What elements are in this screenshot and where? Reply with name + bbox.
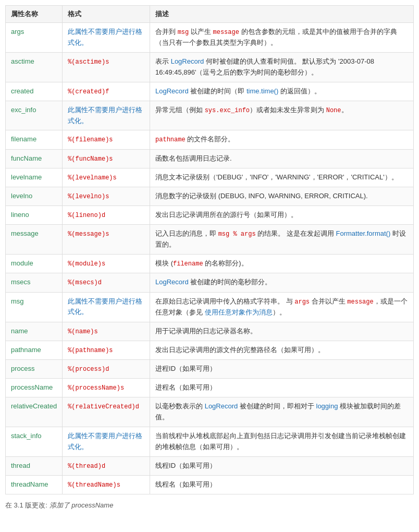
attr-desc-cell: 异常元组（例如 sys.exc_info）或者如未发生异常则为 None。 <box>150 101 414 130</box>
table-row: args此属性不需要用户进行格式化。合并到 msg 以产生 message 的包… <box>6 23 414 53</box>
attr-format-cell: %(lineno)d <box>63 206 150 225</box>
table-row: created%(created)fLogRecord 被创建的时间（即 tim… <box>6 82 414 101</box>
attr-desc-cell: 进程ID（如果可用） <box>150 360 414 379</box>
attributes-table: 属性名称 格式 描述 args此属性不需要用户进行格式化。合并到 msg 以产生… <box>5 5 414 494</box>
attr-desc: 线程ID（如果可用） <box>155 462 216 469</box>
attr-name: levelno <box>11 192 32 200</box>
attr-desc: 以毫秒数表示的 LogRecord 被创建的时间，即相对于 logging 模块… <box>155 402 401 421</box>
attr-format-cell: %(threadName)s <box>63 475 150 494</box>
format-code: %(threadName)s <box>68 481 120 489</box>
table-row: threadName%(threadName)s线程名（如果可用） <box>6 475 414 494</box>
attr-desc: 函数名包括调用日志记录. <box>155 154 232 162</box>
attr-format-cell: %(asctime)s <box>63 52 150 82</box>
attr-desc-cell: 函数名包括调用日志记录. <box>150 149 414 168</box>
attr-name-cell: pathname <box>6 341 63 359</box>
table-row: lineno%(lineno)d发出日志记录调用所在的源行号（如果可用）。 <box>6 206 414 225</box>
table-row: stack_info此属性不需要用户进行格式化。当前线程中从堆栈底部起向上直到包… <box>6 427 414 456</box>
attr-name-cell: lineno <box>6 206 63 225</box>
table-row: processName%(processName)s进程名（如果可用） <box>6 379 414 397</box>
attr-name: name <box>11 327 28 335</box>
format-code: %(pathname)s <box>68 347 113 354</box>
attr-name: threadName <box>11 480 48 488</box>
attr-name-cell: filename <box>6 130 63 149</box>
attr-desc: 进程名（如果可用） <box>155 383 216 391</box>
footer-italic: 添加了 processName <box>50 501 114 509</box>
format-code: %(created)f <box>68 88 109 95</box>
attr-name: msg <box>11 297 24 305</box>
format-code: %(levelname)s <box>68 174 117 182</box>
attr-name: pathname <box>11 346 41 354</box>
attr-format-cell: 此属性不需要用户进行格式化。 <box>63 427 150 456</box>
attr-desc: 消息数字的记录级别 (DEBUG, INFO, WARNING, ERROR, … <box>155 192 368 200</box>
attr-format-cell: %(module)s <box>63 255 150 273</box>
attr-format-cell: %(levelname)s <box>63 168 150 187</box>
attr-name-cell: levelno <box>6 187 63 205</box>
attr-name: args <box>11 28 24 35</box>
attr-desc-cell: 记入日志的消息，即 msg % args 的结果。 这是在发起调用 Format… <box>150 225 414 255</box>
attr-desc: 用于记录调用的日志记录器名称。 <box>155 327 257 335</box>
attr-format-cell: %(created)f <box>63 82 150 101</box>
table-row: exc_info此属性不需要用户进行格式化。异常元组（例如 sys.exc_in… <box>6 101 414 130</box>
format-code: %(message)s <box>68 231 109 238</box>
attr-desc-cell: 模块 (filename 的名称部分)。 <box>150 255 414 273</box>
format-code: %(lineno)d <box>68 212 105 219</box>
attr-name: process <box>11 365 35 372</box>
attr-name-cell: asctime <box>6 52 63 82</box>
attr-name-cell: msecs <box>6 273 63 292</box>
attr-name-cell: levelname <box>6 168 63 187</box>
attr-desc: LogRecord 被创建的时间的毫秒部分。 <box>155 278 272 286</box>
attr-name: stack_info <box>11 432 42 440</box>
table-row: msg此属性不需要用户进行格式化。在原始日志记录调用中传入的格式字符串。 与 a… <box>6 292 414 322</box>
attr-name: asctime <box>11 57 34 65</box>
attr-desc-cell: 进程名（如果可用） <box>150 379 414 397</box>
table-row: name%(name)s用于记录调用的日志记录器名称。 <box>6 322 414 341</box>
table-row: thread%(thread)d线程ID（如果可用） <box>6 456 414 475</box>
attr-name: message <box>11 229 39 237</box>
attr-format-cell: %(message)s <box>63 225 150 255</box>
attr-name-cell: msg <box>6 292 63 322</box>
attr-format-cell: %(filename)s <box>63 130 150 149</box>
attr-desc: 发出日志记录调用所在的源行号（如果可用）。 <box>155 211 298 219</box>
attr-desc: 异常元组（例如 sys.exc_info）或者如未发生异常则为 None。 <box>155 106 348 114</box>
attr-format-cell: %(name)s <box>63 322 150 341</box>
format-code: %(funcName)s <box>68 155 113 163</box>
attr-format-cell: %(relativeCreated)d <box>63 397 150 427</box>
format-code: %(process)d <box>68 366 109 373</box>
attr-desc: pathname 的文件名部分。 <box>155 135 235 143</box>
attr-desc-cell: 以毫秒数表示的 LogRecord 被创建的时间，即相对于 logging 模块… <box>150 397 414 427</box>
table-row: asctime%(asctime)s表示 LogRecord 何时被创建的供人查… <box>6 52 414 82</box>
attr-format-cell: 此属性不需要用户进行格式化。 <box>63 23 150 53</box>
attr-name-cell: message <box>6 225 63 255</box>
col-header-desc: 描述 <box>150 6 414 23</box>
attr-format-cell: %(processName)s <box>63 379 150 397</box>
format-code: %(thread)d <box>68 463 105 470</box>
table-row: funcName%(funcName)s函数名包括调用日志记录. <box>6 149 414 168</box>
attr-name: thread <box>11 462 30 469</box>
attr-format-cell: 此属性不需要用户进行格式化。 <box>63 292 150 322</box>
attr-name: module <box>11 259 33 267</box>
attr-desc-cell: 消息数字的记录级别 (DEBUG, INFO, WARNING, ERROR, … <box>150 187 414 205</box>
attr-format-cell: %(pathname)s <box>63 341 150 359</box>
table-row: msecs%(msecs)dLogRecord 被创建的时间的毫秒部分。 <box>6 273 414 292</box>
attr-name-cell: process <box>6 360 63 379</box>
attr-name: relativeCreated <box>11 402 57 410</box>
format-code: %(levelno)s <box>68 193 109 200</box>
format-code: %(module)s <box>68 260 105 268</box>
attr-format-cell: %(thread)d <box>63 456 150 475</box>
attr-name: exc_info <box>11 106 36 114</box>
attr-name-cell: module <box>6 255 63 273</box>
attr-desc: 表示 LogRecord 何时被创建的供人查看时间值。 默认形式为 '2003-… <box>155 57 374 76</box>
attr-desc: LogRecord 被创建的时间（即 time.time() 的返回值）。 <box>155 87 321 95</box>
attr-name-cell: created <box>6 82 63 101</box>
format-code: %(processName)s <box>68 384 124 392</box>
attr-name-cell: funcName <box>6 149 63 168</box>
attr-desc: 模块 (filename 的名称部分)。 <box>155 259 248 267</box>
attr-name-cell: stack_info <box>6 427 63 456</box>
format-code: %(name)s <box>68 328 98 335</box>
attr-name-cell: name <box>6 322 63 341</box>
attr-desc: 在原始日志记录调用中传入的格式字符串。 与 args 合并以产生 message… <box>155 297 408 316</box>
attr-desc-cell: LogRecord 被创建的时间的毫秒部分。 <box>150 273 414 292</box>
attr-name-cell: thread <box>6 456 63 475</box>
attr-name: lineno <box>11 211 29 219</box>
format-no-format: 此属性不需要用户进行格式化。 <box>68 106 142 125</box>
